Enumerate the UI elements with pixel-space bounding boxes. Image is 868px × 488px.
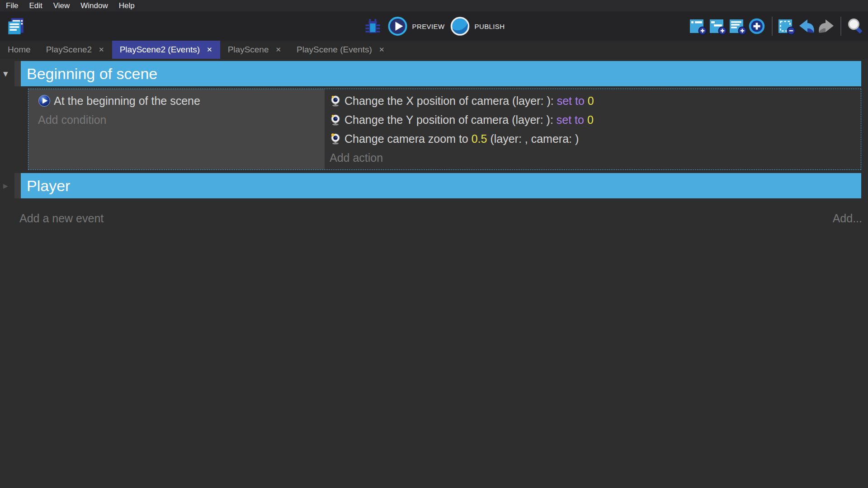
tab-playscene-events[interactable]: PlayScene (Events) ✕ <box>289 41 392 59</box>
condition-text: At the beginning of the scene <box>54 94 200 108</box>
tab-label: PlayScene <box>228 45 269 55</box>
toolbar-separator <box>772 17 773 36</box>
action-item[interactable]: Change camera zoom to 0.5 (layer: , came… <box>330 129 857 148</box>
menu-edit[interactable]: Edit <box>24 1 47 10</box>
condition-item[interactable]: At the beginning of the scene <box>38 91 321 110</box>
add-condition-label: Add condition <box>38 113 107 127</box>
collapse-arrow-icon[interactable]: ▾ <box>0 61 14 86</box>
publish-button[interactable]: PUBLISH <box>449 16 505 37</box>
preview-button[interactable]: PREVIEW <box>387 16 445 37</box>
tab-label: PlayScene (Events) <box>297 45 372 55</box>
close-icon[interactable]: ✕ <box>207 46 212 54</box>
undo-icon[interactable] <box>797 17 816 35</box>
add-new-event-button[interactable]: Add a new event <box>19 212 104 225</box>
add-subevent-icon[interactable] <box>709 17 727 35</box>
menubar: File Edit View Window Help <box>0 0 868 12</box>
search-icon[interactable] <box>846 17 864 35</box>
delete-selection-icon[interactable] <box>778 17 796 35</box>
toolbar-separator <box>840 17 841 36</box>
publish-icon <box>449 16 470 37</box>
publish-label: PUBLISH <box>474 23 505 30</box>
debug-icon[interactable] <box>363 17 382 36</box>
tab-playscene2[interactable]: PlayScene2 ✕ <box>38 41 112 59</box>
action-item[interactable]: Change the X position of camera (layer: … <box>330 91 857 110</box>
add-action-button[interactable]: Add action <box>330 148 857 167</box>
tab-home[interactable]: Home <box>0 41 38 59</box>
preview-play-icon <box>387 16 408 37</box>
redo-icon[interactable] <box>817 17 835 35</box>
camera-zoom-icon <box>330 133 341 145</box>
add-other-event-icon[interactable] <box>749 17 767 35</box>
tab-label: PlayScene2 (Events) <box>120 45 200 55</box>
event[interactable]: At the beginning of the scene Add condit… <box>28 89 861 170</box>
event-group-beginning: ▾ Beginning of scene <box>0 61 861 86</box>
close-icon[interactable]: ✕ <box>379 46 385 54</box>
camera-icon <box>330 114 341 126</box>
project-manager-icon[interactable] <box>5 16 26 37</box>
action-text: Change the Y position of camera (layer: … <box>344 113 594 127</box>
menu-window[interactable]: Window <box>75 1 113 10</box>
conditions-panel: At the beginning of the scene Add condit… <box>28 89 325 169</box>
group-header-beginning-of-scene[interactable]: Beginning of scene <box>21 61 861 86</box>
actions-panel: Change the X position of camera (layer: … <box>325 89 861 169</box>
menu-file[interactable]: File <box>2 1 24 10</box>
tabbar: Home PlayScene2 ✕ PlayScene2 (Events) ✕ … <box>0 41 868 59</box>
events-sheet: ▾ Beginning of scene <box>0 61 868 225</box>
action-text: Change camera zoom to 0.5 (layer: , came… <box>344 132 579 145</box>
add-event-icon[interactable] <box>689 17 707 35</box>
close-icon[interactable]: ✕ <box>99 46 104 54</box>
tab-label: PlayScene2 <box>46 45 92 55</box>
menu-help[interactable]: Help <box>113 1 140 10</box>
action-item[interactable]: Change the Y position of camera (layer: … <box>330 110 857 129</box>
add-action-label: Add action <box>330 151 383 164</box>
add-comment-icon[interactable] <box>729 17 747 35</box>
camera-icon <box>330 95 341 107</box>
group-drag-handle[interactable] <box>14 173 21 198</box>
add-condition-button[interactable]: Add condition <box>38 110 321 129</box>
menu-view[interactable]: View <box>48 1 75 10</box>
group-title: Player <box>27 177 70 195</box>
tab-playscene[interactable]: PlayScene ✕ <box>220 41 289 59</box>
preview-label: PREVIEW <box>412 23 445 30</box>
group-drag-handle[interactable] <box>14 61 21 86</box>
play-orb-icon <box>38 94 51 107</box>
action-text: Change the X position of camera (layer: … <box>344 94 594 108</box>
expand-arrow-icon[interactable]: ▸ <box>0 173 14 198</box>
add-more-button[interactable]: Add... <box>833 212 862 225</box>
add-event-row: Add a new event Add... <box>19 212 862 225</box>
group-title: Beginning of scene <box>27 65 157 83</box>
tab-playscene2-events[interactable]: PlayScene2 (Events) ✕ <box>112 41 220 59</box>
tab-label: Home <box>8 45 31 55</box>
close-icon[interactable]: ✕ <box>276 46 282 54</box>
toolbar: PREVIEW PUBLISH <box>0 12 868 41</box>
group-header-player[interactable]: Player <box>21 173 861 198</box>
event-group-player: ▸ Player <box>0 173 861 198</box>
